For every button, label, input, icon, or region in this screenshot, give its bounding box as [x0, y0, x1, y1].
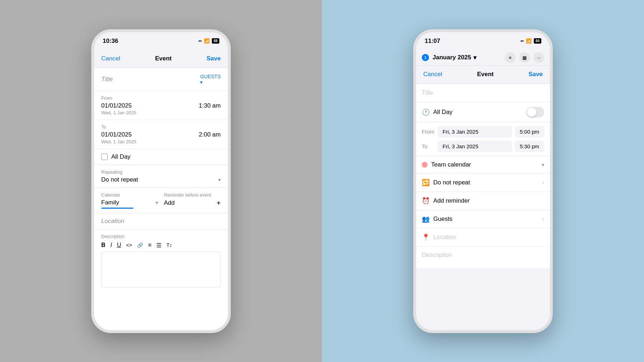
right-to-row: To Fri, 3 Jan 2025 5:30 pm — [422, 140, 544, 152]
bold-button[interactable]: B — [101, 242, 106, 248]
right-description-row[interactable]: Description — [416, 247, 550, 268]
calendar-month-label: January 2025 ▾ — [433, 54, 477, 61]
title-input[interactable]: Title — [101, 76, 200, 83]
right-calendar-row[interactable]: Team calendar ▾ — [416, 156, 550, 174]
guests-chevron-icon[interactable]: › — [542, 216, 544, 222]
from-section: From 01/01/2025 1:30 am Wed, 1 Jan 2025 — [94, 91, 228, 120]
right-title-section: Title — [416, 84, 550, 103]
to-section: To 01/01/2025 2:00 am Wed, 1 Jan 2025 — [94, 120, 228, 149]
right-allday-row[interactable]: 🕐 All Day — [416, 103, 550, 122]
description-input[interactable]: Description — [422, 252, 452, 258]
right-cancel-button[interactable]: Cancel — [423, 71, 442, 78]
right-location-row[interactable]: 📍 Location — [416, 228, 550, 247]
description-section: Description B I U <> 🔗 ≡ ☰ T↕ — [94, 229, 228, 292]
right-repeat-row[interactable]: 🔁 Do not repeat › — [416, 174, 550, 192]
right-datetime-section: From Fri, 3 Jan 2025 5:00 pm To Fri, 3 J… — [416, 122, 550, 156]
signal-icon: ▪▪ — [199, 38, 202, 44]
ordered-list-button[interactable]: ≡ — [148, 242, 151, 248]
right-form: Title 🕐 All Day From Fri, 3 Jan 2025 5:0… — [416, 84, 550, 330]
repeating-value[interactable]: Do not repeat — [101, 176, 138, 183]
month-text: January 2025 — [433, 54, 471, 61]
allday-left: 🕐 All Day — [422, 108, 453, 116]
repeating-dropdown-icon[interactable]: ▾ — [218, 177, 221, 183]
calendar-month-row: 1 January 2025 ▾ — [422, 54, 477, 61]
guests-button[interactable]: GUESTS ▾ — [200, 74, 221, 85]
calendar-color-dot — [422, 162, 428, 168]
right-title-input[interactable]: Title — [422, 89, 433, 96]
wifi-icon: 📶 — [526, 38, 532, 44]
title-section: Title GUESTS ▾ — [94, 68, 228, 91]
calendar-reminder-section: Calendar Family ▾ Reminder before event … — [94, 188, 228, 213]
right-nav-title: Event — [477, 71, 493, 78]
repeating-label: Repeating — [101, 169, 221, 175]
calendar-indicator — [101, 208, 133, 209]
right-phone: 11:07 ▪▪ 📶 84 1 January 2025 ▾ ≡ ▦ ··· — [413, 29, 553, 333]
reminder-row-left: ⏰ Add reminder — [422, 197, 470, 205]
calendar-value[interactable]: Family — [101, 199, 119, 206]
description-label: Description — [101, 234, 221, 239]
left-save-button[interactable]: Save — [206, 55, 221, 62]
right-reminder-row[interactable]: ⏰ Add reminder — [416, 192, 550, 210]
repeat-chevron-icon[interactable]: › — [542, 179, 544, 186]
wifi-icon: 📶 — [204, 38, 210, 44]
location-input[interactable]: Location — [101, 218, 124, 224]
left-nav-bar: Cancel Event Save — [94, 50, 228, 68]
calendar-expand-icon[interactable]: ▾ — [542, 162, 544, 168]
editor-toolbar: B I U <> 🔗 ≡ ☰ T↕ — [101, 242, 221, 249]
right-from-time-button[interactable]: 5:00 pm — [515, 126, 544, 138]
calendar-name-label: Team calendar — [431, 161, 471, 168]
left-status-bar: 10:36 ▪▪ 📶 88 — [94, 32, 228, 50]
reminder-label: Add reminder — [433, 197, 470, 204]
reminder-label: Reminder before event — [164, 192, 221, 198]
calendar-view-grid-button[interactable]: ▦ — [519, 52, 530, 63]
right-save-button[interactable]: Save — [528, 71, 543, 78]
month-chevron-icon[interactable]: ▾ — [473, 54, 477, 61]
unordered-list-button[interactable]: ☰ — [156, 242, 161, 249]
right-from-date-button[interactable]: Fri, 3 Jan 2025 — [438, 126, 512, 138]
link-button[interactable]: 🔗 — [137, 242, 143, 248]
calendar-dropdown-icon[interactable]: ▾ — [156, 200, 158, 205]
to-date[interactable]: 01/01/2025 — [101, 131, 132, 138]
right-to-date-button[interactable]: Fri, 3 Jan 2025 — [438, 140, 512, 152]
left-form: Title GUESTS ▾ From 01/01/2025 1:30 am W… — [94, 68, 228, 330]
allday-section[interactable]: All Day — [94, 149, 228, 165]
text-size-button[interactable]: T↕ — [166, 242, 172, 248]
right-to-time-button[interactable]: 5:30 pm — [515, 140, 544, 152]
calendar-row-left: Team calendar — [422, 161, 471, 168]
to-day: Wed, 1 Jan 2025 — [101, 139, 221, 144]
calendar-label: Calendar — [101, 192, 158, 198]
calendar-view-buttons: ≡ ▦ ··· — [505, 52, 544, 63]
to-label: To — [101, 124, 221, 130]
signal-icon: ▪▪ — [521, 38, 524, 44]
right-guests-row[interactable]: 👥 Guests › — [416, 210, 550, 228]
guests-icon: 👥 — [422, 215, 430, 223]
calendar-col: Calendar Family ▾ — [101, 192, 158, 209]
right-to-label: To — [422, 143, 435, 149]
repeat-icon: 🔁 — [422, 179, 430, 187]
allday-checkbox[interactable] — [101, 154, 108, 160]
reminder-value[interactable]: Add — [164, 199, 175, 207]
allday-toggle[interactable] — [526, 107, 544, 118]
description-editor[interactable] — [101, 252, 221, 287]
from-date[interactable]: 01/01/2025 — [101, 102, 132, 109]
underline-button[interactable]: U — [117, 242, 121, 248]
right-status-bar: 11:07 ▪▪ 📶 84 — [416, 32, 550, 50]
location-input[interactable]: Location — [433, 234, 456, 241]
calendar-header: 1 January 2025 ▾ ≡ ▦ ··· — [416, 50, 550, 66]
left-cancel-button[interactable]: Cancel — [101, 55, 120, 62]
calendar-day-badge: 1 — [422, 54, 429, 61]
battery-indicator: 88 — [212, 38, 219, 44]
from-time[interactable]: 1:30 am — [199, 102, 221, 109]
right-from-label: From — [422, 129, 435, 135]
repeat-label: Do not repeat — [433, 179, 470, 186]
reminder-icon: ⏰ — [422, 197, 430, 205]
right-time: 11:07 — [425, 38, 440, 45]
italic-button[interactable]: I — [111, 242, 112, 248]
location-section[interactable]: Location — [94, 213, 228, 229]
to-time[interactable]: 2:00 am — [199, 131, 221, 138]
add-reminder-button[interactable]: + — [216, 199, 221, 207]
left-nav-title: Event — [155, 55, 171, 62]
calendar-view-list-button[interactable]: ≡ — [505, 52, 516, 63]
calendar-more-button[interactable]: ··· — [533, 52, 544, 63]
code-button[interactable]: <> — [126, 242, 132, 248]
